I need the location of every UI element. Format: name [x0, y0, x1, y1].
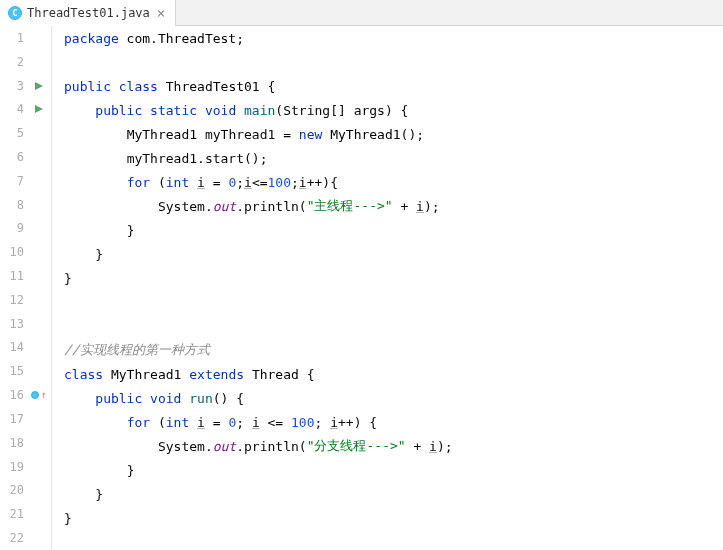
code-line: System.out.println("主线程--->" + i); [64, 194, 723, 218]
code-line: public void run() { [64, 386, 723, 410]
code-line: public static void main(String[] args) { [64, 98, 723, 122]
run-icon[interactable] [30, 81, 48, 91]
tab-bar: C ThreadTest01.java × [0, 0, 723, 26]
line-number: 12 [0, 293, 30, 307]
code-line: } [64, 506, 723, 530]
line-number: 17 [0, 412, 30, 426]
code-line: public class ThreadTest01 { [64, 74, 723, 98]
code-line: myThread1.start(); [64, 146, 723, 170]
line-number: 3 [0, 79, 30, 93]
code-line: } [64, 242, 723, 266]
tab-filename: ThreadTest01.java [27, 6, 150, 20]
line-number: 22 [0, 531, 30, 545]
line-number: 21 [0, 507, 30, 521]
code-line: } [64, 482, 723, 506]
line-number: 2 [0, 55, 30, 69]
code-line [64, 50, 723, 74]
line-number: 20 [0, 483, 30, 497]
line-number: 4 [0, 102, 30, 116]
code-line: MyThread1 myThread1 = new MyThread1(); [64, 122, 723, 146]
editor: 1 2 3 4 5 6 7 8 9 10 11 12 13 14 15 16↑ … [0, 26, 723, 550]
code-line: for (int i = 0;i<=100;i++){ [64, 170, 723, 194]
code-line [64, 290, 723, 314]
svg-marker-1 [35, 105, 43, 113]
file-tab[interactable]: C ThreadTest01.java × [0, 0, 176, 26]
gutter: 1 2 3 4 5 6 7 8 9 10 11 12 13 14 15 16↑ … [0, 26, 52, 550]
code-line [64, 530, 723, 550]
line-number: 6 [0, 150, 30, 164]
java-class-icon: C [8, 6, 22, 20]
code-line: } [64, 218, 723, 242]
line-number: 10 [0, 245, 30, 259]
close-icon[interactable]: × [155, 6, 167, 20]
override-icon[interactable]: ↑ [30, 390, 48, 400]
line-number: 7 [0, 174, 30, 188]
line-number: 14 [0, 340, 30, 354]
svg-marker-0 [35, 82, 43, 90]
line-number: 1 [0, 31, 30, 45]
line-number: 11 [0, 269, 30, 283]
line-number: 13 [0, 317, 30, 331]
line-number: 5 [0, 126, 30, 140]
line-number: 16 [0, 388, 30, 402]
line-number: 8 [0, 198, 30, 212]
line-number: 9 [0, 221, 30, 235]
code-line: System.out.println("分支线程--->" + i); [64, 434, 723, 458]
code-line: } [64, 458, 723, 482]
line-number: 19 [0, 460, 30, 474]
code-line: package com.ThreadTest; [64, 26, 723, 50]
code-line: //实现线程的第一种方式 [64, 338, 723, 362]
line-number: 15 [0, 364, 30, 378]
code-line: class MyThread1 extends Thread { [64, 362, 723, 386]
run-icon[interactable] [30, 104, 48, 114]
code-line: for (int i = 0; i <= 100; i++) { [64, 410, 723, 434]
code-area[interactable]: package com.ThreadTest; public class Thr… [52, 26, 723, 550]
code-line: } [64, 266, 723, 290]
line-number: 18 [0, 436, 30, 450]
code-line [64, 314, 723, 338]
